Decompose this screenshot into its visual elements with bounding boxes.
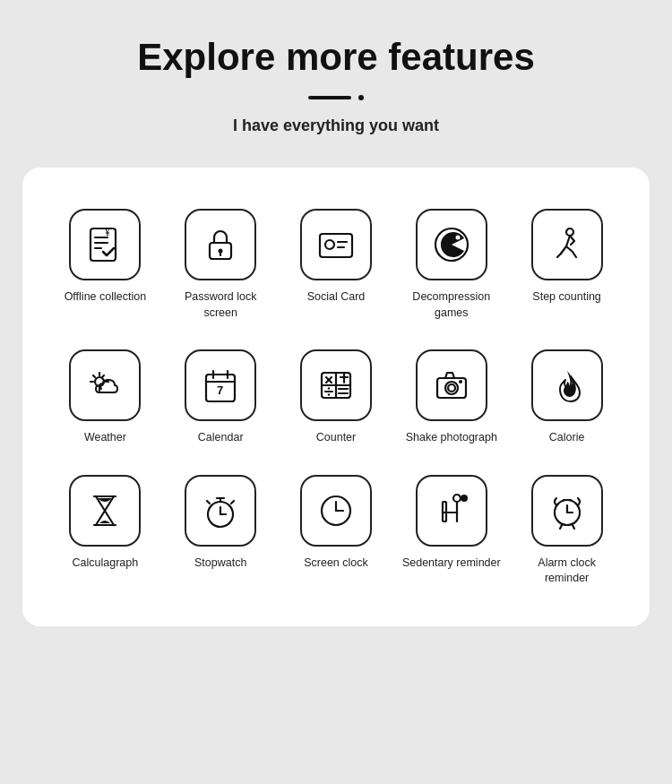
svg-line-15 (557, 254, 561, 257)
svg-line-63 (560, 525, 562, 529)
svg-point-13 (455, 236, 460, 240)
step-counting-label: Step counting (532, 289, 600, 306)
feature-screen-clock: Screen clock (280, 466, 392, 599)
alarm-clock-reminder-icon (546, 489, 589, 532)
decompression-games-icon (430, 223, 473, 266)
social-card-label: Social Card (307, 289, 366, 306)
svg-point-43 (459, 380, 462, 383)
social-card-icon (314, 223, 358, 266)
svg-rect-0 (90, 228, 116, 261)
screen-clock-icon-box (300, 475, 372, 547)
feature-social-card: Social Card (280, 200, 392, 333)
offline-collection-icon-box: ¥ (69, 209, 141, 280)
counter-icon (314, 364, 358, 407)
divider (308, 95, 364, 100)
decompression-games-label: Decompression games (399, 289, 504, 321)
svg-point-42 (448, 384, 455, 392)
weather-label: Weather (84, 430, 126, 446)
stopwatch-label: Stopwatch (194, 556, 246, 572)
svg-line-22 (102, 375, 104, 377)
subtitle: I have everything you want (233, 116, 439, 135)
feature-counter: Counter (280, 340, 392, 459)
feature-alarm-clock-reminder: Alarm clock reminder (511, 466, 623, 599)
calculagraph-icon (83, 489, 126, 532)
svg-line-64 (573, 525, 574, 529)
feature-decompression-games: Decompression games (395, 200, 507, 333)
feature-weather: Weather (49, 340, 161, 459)
feature-calendar: 7 Calendar (165, 340, 277, 459)
sedentary-reminder-icon-box (416, 475, 487, 547)
password-lock-icon (199, 223, 242, 266)
feature-shake-photograph: Shake photograph (395, 340, 507, 459)
stopwatch-icon (199, 489, 242, 532)
calculagraph-label: Calculagraph (73, 556, 139, 572)
decompression-games-icon-box (416, 209, 487, 280)
alarm-clock-reminder-icon-box (531, 475, 603, 547)
feature-sedentary-reminder: Sedentary reminder (395, 466, 507, 599)
counter-label: Counter (316, 430, 356, 446)
offline-collection-label: Offline collection (65, 289, 147, 306)
features-card: ¥ Offline collection Password lock scree… (22, 168, 650, 626)
svg-point-56 (453, 495, 461, 502)
svg-point-59 (461, 495, 468, 502)
sedentary-reminder-icon (430, 489, 473, 532)
svg-point-36 (328, 387, 330, 389)
sedentary-reminder-label: Sedentary reminder (402, 556, 501, 572)
calendar-icon-box: 7 (185, 349, 256, 421)
feature-password-lock: Password lock screen (165, 200, 277, 333)
shake-photograph-label: Shake photograph (406, 430, 497, 446)
calorie-icon (546, 364, 589, 407)
alarm-clock-reminder-label: Alarm clock reminder (514, 556, 619, 587)
social-card-icon-box (300, 209, 372, 280)
screen-clock-label: Screen clock (304, 556, 368, 572)
calculagraph-icon-box (69, 475, 141, 547)
step-counting-icon-box (531, 209, 603, 280)
svg-point-37 (328, 393, 330, 395)
weather-icon (83, 364, 126, 407)
feature-step-counting: Step counting (511, 200, 623, 333)
svg-line-21 (93, 375, 95, 377)
step-counting-icon (546, 223, 589, 266)
counter-icon-box (300, 349, 372, 421)
svg-line-52 (207, 501, 210, 504)
feature-stopwatch: Stopwatch (165, 466, 277, 599)
password-lock-icon-box (185, 209, 256, 280)
svg-line-51 (231, 501, 234, 504)
svg-point-9 (325, 240, 334, 249)
calendar-label: Calendar (198, 430, 244, 446)
svg-text:¥: ¥ (105, 226, 110, 238)
calorie-icon-box (531, 349, 603, 421)
page-title: Explore more features (137, 36, 535, 79)
password-lock-label: Password lock screen (168, 289, 273, 321)
stopwatch-icon-box (185, 475, 256, 547)
svg-text:7: 7 (217, 383, 223, 397)
feature-offline-collection: ¥ Offline collection (49, 200, 161, 333)
svg-point-14 (566, 228, 573, 236)
calendar-icon: 7 (199, 364, 242, 407)
features-grid: ¥ Offline collection Password lock scree… (49, 200, 623, 599)
offline-collection-icon: ¥ (83, 223, 126, 266)
feature-calculagraph: Calculagraph (49, 466, 161, 599)
weather-icon-box (69, 349, 141, 421)
calorie-label: Calorie (549, 430, 585, 446)
shake-photograph-icon (430, 364, 473, 407)
feature-calorie: Calorie (511, 340, 623, 459)
shake-photograph-icon-box (416, 349, 487, 421)
screen-clock-icon (314, 489, 358, 532)
